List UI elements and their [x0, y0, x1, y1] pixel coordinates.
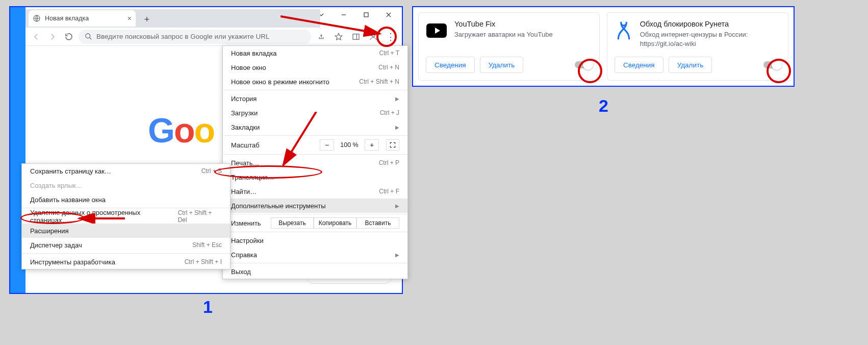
- tab-close-icon[interactable]: ×: [127, 14, 132, 22]
- submenu-save-page[interactable]: Сохранить страницу как…Ctrl + S: [22, 164, 230, 178]
- chevron-right-icon: ▶: [395, 96, 399, 102]
- zoom-in-button[interactable]: +: [365, 139, 379, 151]
- side-panel-icon[interactable]: [349, 30, 363, 44]
- menu-edit-row: Изменить Вырезать Копировать Вставить: [223, 215, 407, 231]
- google-logo: Goo: [148, 110, 214, 150]
- more-tools-submenu: Сохранить страницу как…Ctrl + S Создать …: [21, 163, 231, 269]
- extension-card-youtube-fix: YouTube Fix Загружает аватарки на YouTub…: [418, 12, 600, 81]
- tab-strip: Новая вкладка × +: [25, 9, 320, 28]
- extension-toggle[interactable]: [575, 61, 592, 68]
- menu-separator: [22, 253, 230, 254]
- shortcut-text: Ctrl + Shift + I: [185, 258, 222, 265]
- search-icon: [85, 33, 92, 40]
- submenu-clear-browsing-data[interactable]: Удаление данных о просмотренных страница…: [22, 209, 230, 224]
- menu-help[interactable]: Справка▶: [223, 248, 407, 262]
- menu-exit[interactable]: Выход: [223, 264, 407, 279]
- submenu-task-manager[interactable]: Диспетчер задачShift + Esc: [22, 238, 230, 252]
- zoom-value: 100 %: [336, 141, 363, 149]
- edit-cut-button[interactable]: Вырезать: [271, 217, 314, 229]
- remove-button[interactable]: Удалить: [669, 57, 712, 73]
- edit-label: Изменить: [231, 219, 271, 227]
- zoom-out-button[interactable]: −: [320, 139, 334, 151]
- menu-new-tab[interactable]: Новая вкладкаCtrl + T: [223, 46, 407, 60]
- reload-button[interactable]: [62, 30, 75, 43]
- forward-button[interactable]: [46, 30, 59, 43]
- menu-more-tools[interactable]: Дополнительные инструменты▶: [223, 199, 407, 213]
- svg-rect-0: [364, 13, 368, 17]
- menu-cast[interactable]: Трансляция…: [223, 170, 407, 184]
- extension-title: YouTube Fix: [454, 20, 553, 28]
- minimize-button[interactable]: [333, 8, 355, 21]
- details-button[interactable]: Сведения: [426, 57, 475, 73]
- window-controls: [310, 8, 400, 21]
- extension-toggle[interactable]: [763, 61, 781, 68]
- shortcut-text: Ctrl + T: [379, 50, 399, 57]
- omnibox[interactable]: Введите поисковый запрос в Google или ук…: [79, 30, 311, 44]
- edit-copy-button[interactable]: Копировать: [314, 217, 356, 229]
- fullscreen-button[interactable]: [386, 139, 399, 151]
- chrome-frame: Новая вкладка × + Введите поисковый запр…: [25, 7, 402, 293]
- menu-separator: [223, 90, 407, 90]
- address-bar-row: Введите поисковый запрос в Google или ук…: [25, 28, 402, 46]
- extension-card-runet-bypass: Обход блокировок Рунета Обход интернет-ц…: [607, 12, 788, 81]
- more-menu-button[interactable]: ⋮: [384, 30, 398, 44]
- menu-separator: [22, 208, 230, 208]
- panel-1-chrome-window: Новая вкладка × + Введите поисковый запр…: [9, 6, 403, 294]
- shortcut-text: Ctrl + F: [379, 188, 399, 195]
- browser-tab[interactable]: Новая вкладка ×: [29, 10, 136, 27]
- tab-title: Новая вкладка: [45, 15, 89, 22]
- menu-print[interactable]: Печать…Ctrl + P: [223, 156, 407, 170]
- shortcut-text: Ctrl + Shift + Del: [178, 209, 222, 224]
- submenu-name-window[interactable]: Добавить название окна: [22, 192, 230, 207]
- submenu-extensions[interactable]: Расширения: [22, 224, 230, 238]
- ribbon-icon: [615, 20, 633, 41]
- panel-2-extensions: YouTube Fix Загружает аватарки на YouTub…: [412, 6, 795, 87]
- zoom-label: Масштаб: [231, 141, 260, 149]
- menu-separator: [223, 214, 407, 214]
- menu-new-window[interactable]: Новое окноCtrl + N: [223, 60, 407, 75]
- bookmark-star-icon[interactable]: [331, 30, 346, 44]
- shortcut-text: Ctrl + J: [380, 109, 399, 116]
- maximize-button[interactable]: [355, 8, 377, 21]
- shortcut-text: Ctrl + N: [378, 64, 399, 71]
- profile-avatar-icon[interactable]: [366, 30, 380, 44]
- menu-zoom: Масштаб − 100 % +: [223, 137, 407, 153]
- youtube-icon: [426, 20, 447, 41]
- shortcut-text: Ctrl + Shift + N: [359, 78, 399, 85]
- share-icon[interactable]: [314, 30, 328, 44]
- edit-paste-button[interactable]: Вставить: [356, 217, 399, 229]
- details-button[interactable]: Сведения: [615, 57, 663, 73]
- shortcut-text: Ctrl + S: [201, 167, 222, 175]
- extension-description: Загружает аватарки на YouTube: [454, 30, 553, 39]
- chevron-right-icon: ▶: [395, 252, 399, 258]
- extension-description: Обход интернет-цензуры в России: https:/…: [640, 30, 781, 48]
- menu-incognito[interactable]: Новое окно в режиме инкогнитоCtrl + Shif…: [223, 75, 407, 89]
- menu-separator: [223, 263, 407, 263]
- omnibox-placeholder: Введите поисковый запрос в Google или ук…: [96, 33, 270, 40]
- panel-2-label: 2: [599, 96, 608, 116]
- svg-point-2: [86, 34, 90, 38]
- globe-icon: [33, 14, 41, 22]
- chevron-right-icon: ▶: [395, 203, 399, 209]
- panel-1-label: 1: [203, 297, 213, 317]
- remove-button[interactable]: Удалить: [480, 57, 524, 73]
- back-button[interactable]: [30, 30, 43, 43]
- menu-downloads[interactable]: ЗагрузкиCtrl + J: [223, 106, 407, 120]
- menu-separator: [223, 232, 407, 232]
- shortcut-text: Shift + Esc: [192, 241, 222, 249]
- submenu-dev-tools[interactable]: Инструменты разработчикаCtrl + Shift + I: [22, 255, 230, 269]
- svg-rect-3: [353, 34, 359, 39]
- chevron-right-icon: ▶: [395, 125, 399, 130]
- menu-find[interactable]: Найти…Ctrl + F: [223, 184, 407, 199]
- menu-history[interactable]: История▶: [223, 91, 407, 106]
- close-window-button[interactable]: [377, 8, 400, 21]
- svg-point-4: [372, 34, 375, 37]
- menu-settings[interactable]: Настройки: [223, 233, 407, 248]
- menu-bookmarks[interactable]: Закладки▶: [223, 120, 407, 134]
- chrome-main-menu: Новая вкладкаCtrl + T Новое окноCtrl + N…: [222, 45, 408, 279]
- new-tab-button[interactable]: +: [141, 13, 153, 26]
- extension-title: Обход блокировок Рунета: [640, 20, 781, 28]
- submenu-create-shortcut: Создать ярлык…: [22, 178, 230, 192]
- shortcut-text: Ctrl + P: [379, 159, 399, 166]
- menu-separator: [223, 154, 407, 155]
